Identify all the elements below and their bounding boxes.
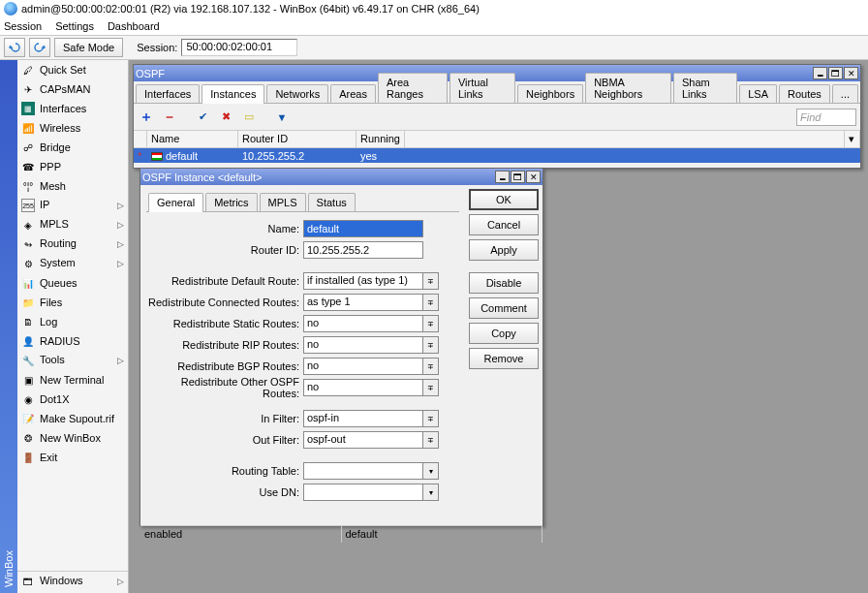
sidebar-item-mpls[interactable]: ◈MPLS▷ [17,215,128,234]
chevron-down-icon[interactable]: ∓ [423,358,439,375]
minimize-icon[interactable]: 🗕 [813,67,827,79]
cancel-button[interactable]: Cancel [469,214,539,235]
maximize-icon[interactable]: 🗖 [828,67,843,79]
sidebar-item-system[interactable]: ⚙System▷ [17,254,128,273]
routing-table-select[interactable] [303,462,423,480]
mpls-icon: ◈ [21,218,35,232]
ok-button[interactable]: OK [469,189,539,210]
tab-interfaces[interactable]: Interfaces [136,84,200,103]
comment-button[interactable]: ▭ [240,109,258,126]
chevron-down-icon[interactable]: ∓ [423,336,439,354]
sidebar-item-windows[interactable]: 🗔Windows▷ [17,572,128,591]
tab-general[interactable]: General [148,193,203,212]
use-dn-select[interactable] [303,484,423,501]
tab-more[interactable]: ... [832,84,858,103]
sidebar-item-radius[interactable]: 👤RADIUS [17,331,128,351]
col-name[interactable]: Name [147,131,238,147]
chevron-down-icon[interactable]: ∓ [423,294,439,311]
chevron-down-icon[interactable]: ∓ [423,431,439,449]
sidebar-item-log[interactable]: 🗎Log [17,312,128,331]
remove-button[interactable]: － [161,109,178,126]
redo-button[interactable] [29,38,50,57]
comment-button[interactable]: Comment [469,297,539,319]
sidebar-item-mesh[interactable]: °¦°Mesh [17,176,128,196]
row-running: yes [356,150,405,162]
close-icon[interactable]: ✕ [844,67,858,79]
sidebar-item-ppp[interactable]: ☎PPP [17,157,128,176]
in-filter-select[interactable]: ospf-in [303,410,423,427]
sidebar-item-quick-set[interactable]: 🖊Quick Set [17,60,128,79]
tab-status[interactable]: Status [308,193,356,211]
sidebar-item-new-terminal[interactable]: ▣New Terminal [17,370,128,390]
out-filter-select[interactable]: ospf-out [303,431,423,449]
find-input[interactable]: Find [796,109,856,126]
sidebar-item-label: New Terminal [40,374,104,386]
remove-button[interactable]: Remove [469,348,539,369]
menu-settings[interactable]: Settings [55,20,94,32]
sidebar-item-ip[interactable]: 255IP▷ [17,196,128,215]
sidebar-item-make-supout[interactable]: 📝Make Supout.rif [17,409,128,428]
sidebar-item-exit[interactable]: 🚪Exit [17,448,128,467]
minimize-icon[interactable]: 🗕 [495,171,510,183]
col-router-id[interactable]: Router ID [238,131,356,147]
close-icon[interactable]: ✕ [526,171,541,183]
chevron-down-icon[interactable]: ∓ [423,410,439,427]
tab-lsa[interactable]: LSA [739,84,777,103]
disable-button[interactable]: Disable [469,272,539,294]
sidebar-item-interfaces[interactable]: ▦Interfaces [17,99,128,118]
sidebar-item-routing[interactable]: ↬Routing▷ [17,234,128,254]
r-rip-select[interactable]: no [303,336,423,354]
tab-neighbors[interactable]: Neighbors [517,84,583,103]
sidebar-item-dot1x[interactable]: ◉Dot1X [17,390,128,409]
instance-title: OSPF Instance <default> [142,172,263,183]
chevron-down-icon[interactable]: ∓ [423,315,439,332]
menu-dashboard[interactable]: Dashboard [108,20,160,32]
safe-mode-button[interactable]: Safe Mode [54,38,123,57]
tab-sham-links[interactable]: Sham Links [673,73,737,103]
r-default-select[interactable]: if installed (as type 1) [303,272,423,290]
routing-icon: ↬ [21,237,35,251]
sidebar-item-queues[interactable]: 📊Queues [17,273,128,293]
sidebar-item-tools[interactable]: 🔧Tools▷ [17,351,128,370]
sidebar-item-label: Routing [40,237,77,251]
tab-areas[interactable]: Areas [330,84,376,103]
name-field[interactable] [303,220,423,237]
col-running[interactable]: Running [356,131,405,147]
table-row[interactable]: * default 10.255.255.2 yes [134,148,860,163]
chevron-down-icon[interactable]: ∓ [423,272,439,290]
add-button[interactable]: ＋ [138,109,155,126]
tab-networks[interactable]: Networks [266,84,328,103]
tab-instances[interactable]: Instances [202,84,264,104]
sidebar-item-capsman[interactable]: ✈CAPsMAN [17,79,128,99]
tab-routes[interactable]: Routes [779,84,830,103]
tab-virtual-links[interactable]: Virtual Links [450,73,515,103]
r-static-select[interactable]: no [303,315,423,332]
sidebar-item-wireless[interactable]: 📶Wireless [17,118,128,138]
disable-button[interactable]: ✖ [217,109,234,126]
copy-button[interactable]: Copy [469,323,539,344]
chevron-down-icon[interactable]: ▾ [423,484,439,501]
sidebar-item-files[interactable]: 📁Files [17,293,128,312]
tab-mpls[interactable]: MPLS [260,193,306,211]
apply-button[interactable]: Apply [469,239,539,261]
router-id-label: Router ID: [146,244,303,256]
tab-nbma-neighbors[interactable]: NBMA Neighbors [585,73,671,103]
undo-button[interactable] [4,38,25,57]
maximize-icon[interactable]: 🗖 [511,171,525,183]
router-id-field[interactable] [303,241,423,259]
tab-metrics[interactable]: Metrics [205,193,257,211]
r-other-select[interactable]: no [303,379,423,396]
tab-area-ranges[interactable]: Area Ranges [378,73,448,103]
instance-titlebar[interactable]: OSPF Instance <default> 🗕 🗖 ✕ [140,169,542,185]
column-menu-icon[interactable]: ▾ [845,131,860,147]
sidebar-item-new-winbox[interactable]: ❂New WinBox [17,428,128,448]
instance-icon [151,152,163,161]
enable-button[interactable]: ✔ [194,109,211,126]
chevron-down-icon[interactable]: ▾ [423,462,439,480]
filter-button[interactable]: ▼ [273,109,291,126]
chevron-down-icon[interactable]: ∓ [423,379,439,396]
r-conn-select[interactable]: as type 1 [303,294,423,311]
r-bgp-select[interactable]: no [303,358,423,375]
menu-session[interactable]: Session [4,20,42,32]
sidebar-item-bridge[interactable]: ☍Bridge [17,138,128,157]
